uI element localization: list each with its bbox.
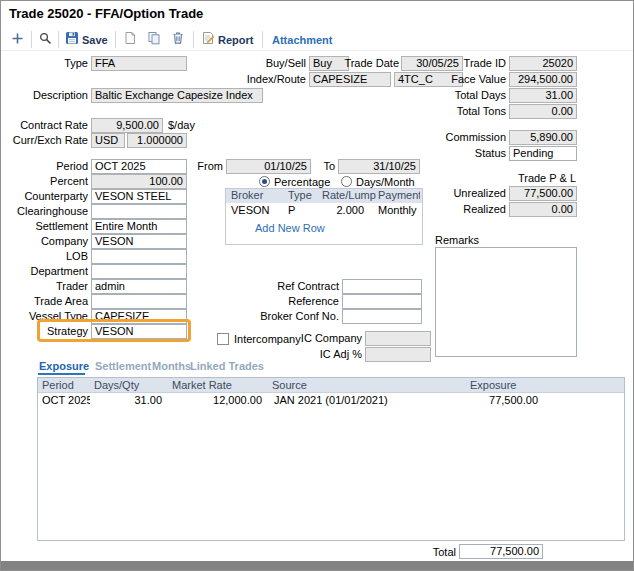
tab-exposure[interactable]: Exposure [39,360,89,372]
trader-field[interactable]: admin [91,279,187,294]
index-field: CAPESIZE [309,72,391,87]
type-field: FFA [91,56,187,71]
page-title: Trade 25020 - FFA/Option Trade [9,6,203,21]
strategy-label: Strategy [3,325,88,338]
new-document-button[interactable] [123,31,139,47]
new-document-icon [123,35,137,47]
intercompany-checkbox[interactable] [217,333,229,345]
exposure-column-header[interactable]: Exposure [466,378,544,392]
rate-lump-column-header[interactable]: Rate/Lump [320,189,376,203]
percentage-radio[interactable] [259,176,270,187]
exposure-period-cell[interactable]: OCT 2025 [38,394,90,408]
buy-sell-label: Buy/Sell [246,57,306,70]
tab-linked-trades[interactable]: Linked Trades [190,360,264,372]
realized-field: 0.00 [509,202,577,217]
empty-column-header [544,378,624,392]
trade-id-label: Trade ID [421,57,506,70]
exposure-days-qty-cell[interactable]: 31.00 [90,394,168,408]
commission-field: 5,890.00 [509,130,577,145]
report-button-label[interactable]: Report [218,34,253,46]
lob-field[interactable] [91,249,187,264]
type-column-header[interactable]: Type [286,189,320,203]
save-button[interactable] [65,31,81,47]
ic-adj-label: IC Adj % [277,348,362,361]
unrealized-field: 77,500.00 [509,186,577,201]
reference-field[interactable] [342,294,422,309]
copy-button[interactable] [147,31,163,47]
ic-adj-field [365,347,431,362]
to-label: To [319,160,335,173]
description-field: Baltic Exchange Capesize Index [91,88,263,103]
settlement-field[interactable]: Entire Month [91,219,187,234]
description-label: Description [3,89,88,102]
remarks-textarea[interactable] [435,247,577,357]
from-label: From [181,160,223,173]
total-label: Total [401,546,456,559]
exposure-row[interactable]: OCT 2025 31.00 12,000.00 JAN 2021 (01/01… [38,394,624,408]
department-field[interactable] [91,264,187,279]
delete-button[interactable] [171,31,187,47]
ic-company-label: IC Company [277,332,362,345]
source-column-header[interactable]: Source [268,378,466,392]
exposure-source-cell[interactable]: JAN 2021 (01/01/2021) [268,394,466,408]
total-tons-label: Total Tons [421,105,506,118]
period-field[interactable]: OCT 2025 [91,159,187,174]
period-column-header[interactable]: Period [38,378,90,392]
ic-company-field [365,331,431,346]
search-icon [39,35,52,47]
exposure-table-header: Period Days/Qty Market Rate Source Expos… [38,378,624,393]
broker-table-header: Broker Type Rate/Lump Payment [226,189,422,203]
ref-contract-field[interactable] [342,279,422,294]
trade-id-field: 25020 [509,56,577,71]
payment-column-header[interactable]: Payment [376,189,420,203]
vessel-type-field[interactable]: CAPESIZE [91,309,187,324]
company-label: Company [3,235,88,248]
status-label: Status [421,147,506,160]
toolbar-separator [262,31,263,48]
reference-label: Reference [251,295,339,308]
strategy-field[interactable]: VESON [91,324,187,339]
clearinghouse-field[interactable] [91,204,187,219]
contract-rate-unit: $/day [168,119,195,132]
broker-rate-cell[interactable]: 2.000 [320,204,376,218]
exposure-market-rate-cell[interactable]: 12,000.00 [168,394,268,408]
save-button-label[interactable]: Save [82,34,108,46]
copy-icon [147,35,161,47]
market-rate-column-header[interactable]: Market Rate [168,378,268,392]
tab-months[interactable]: Months [152,360,191,372]
broker-table: Broker Type Rate/Lump Payment VESON P 2.… [225,188,423,245]
days-qty-column-header[interactable]: Days/Qty [90,378,168,392]
add-new-row-link[interactable]: Add New Row [255,222,422,234]
total-tons-field: 0.00 [509,104,577,119]
trade-window: Trade 25020 - FFA/Option Trade Save [0,0,634,571]
broker-conf-no-label: Broker Conf No. [251,310,339,323]
days-month-radio[interactable] [341,176,352,187]
settlement-label: Settlement [3,220,88,233]
broker-type-cell[interactable]: P [286,204,320,218]
report-icon [201,35,215,47]
trade-area-field[interactable] [91,294,187,309]
broker-row[interactable]: VESON P 2.000 Monthly [226,204,422,218]
trade-pl-section-label: Trade P & L [476,172,576,185]
counterparty-field[interactable]: VESON STEEL [91,189,187,204]
tab-settlement[interactable]: Settlement [95,360,151,372]
active-tab-underline [38,373,85,375]
broker-conf-no-field[interactable] [342,309,422,324]
attachment-button[interactable]: Attachment [272,34,333,46]
ref-contract-label: Ref Contract [251,280,339,293]
new-trade-button[interactable] [11,32,27,48]
company-field[interactable]: VESON [91,234,187,249]
face-value-label: Face Value [421,73,506,86]
to-field: 31/10/25 [338,159,420,174]
exposure-exposure-cell[interactable]: 77,500.00 [466,394,544,408]
report-button[interactable] [201,31,217,47]
broker-cell[interactable]: VESON [226,204,286,218]
total-days-label: Total Days [421,89,506,102]
curr-exch-rate-label: Curr/Exch Rate [3,134,88,147]
broker-column-header[interactable]: Broker [226,189,286,203]
contract-rate-field: 9,500.00 [91,118,163,133]
search-button[interactable] [39,32,55,48]
type-label: Type [3,57,88,70]
counterparty-label: Counterparty [3,190,88,203]
broker-payment-cell[interactable]: Monthly [376,204,420,218]
